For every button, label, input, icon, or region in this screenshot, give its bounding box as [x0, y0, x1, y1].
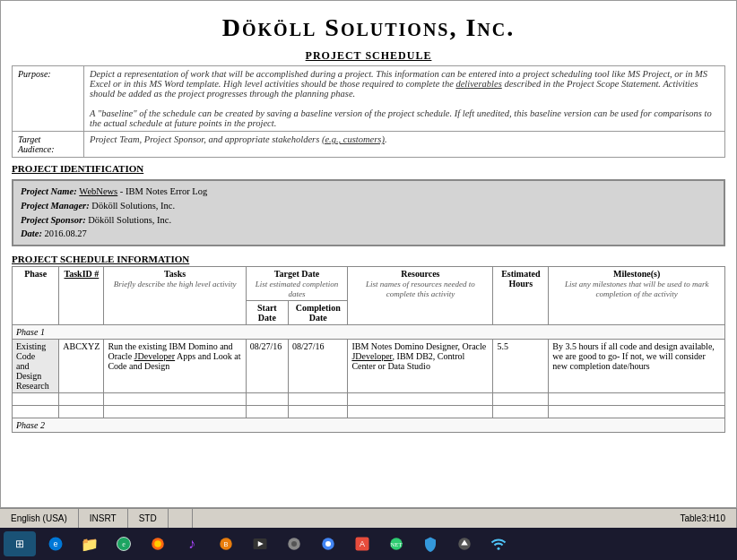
project-sponsor-label: Project Sponsor: [21, 215, 88, 225]
row-completion-date: 08/27/16 [289, 340, 348, 393]
blender-icon[interactable]: B [212, 531, 240, 556]
target-audience-content: Project Team, Project Sponsor, and appro… [84, 132, 725, 158]
project-sponsor-value: Dököll Solutions, Inc. [88, 215, 171, 225]
schedule-table: Phase TaskID # Tasks Briefly describe th… [12, 266, 725, 433]
col-tasks-header: Tasks Briefly describe the high level ac… [104, 267, 246, 325]
project-id-header: PROJECT IDENTIFICATION [12, 159, 725, 176]
status-bar: English (USA) INSRT STD Table3:H10 [0, 508, 737, 528]
col-phase-header: Phase [13, 267, 59, 325]
deliverables-link[interactable]: deliverables [455, 79, 501, 89]
svg-point-5 [154, 540, 161, 547]
svg-point-11 [291, 541, 297, 547]
status-table-ref: Table3:H10 [669, 509, 737, 528]
row-tasks: Run the existing IBM Domino and Oracle J… [104, 340, 246, 393]
phase2-label: Phase 2 [13, 418, 725, 433]
project-name-label: Project Name: [21, 186, 79, 196]
row-start-date: 08/27/16 [246, 340, 288, 393]
empty-row-1 [13, 393, 725, 406]
network-icon[interactable]: NET [382, 531, 411, 556]
row-milestones: By 3.5 hours if all code and design avai… [549, 340, 725, 393]
svg-point-13 [325, 541, 331, 547]
project-manager-value: Dököll Solutions, Inc. [91, 201, 175, 211]
taskbar: ⊞ e 📁 e ♪ B A NET [0, 528, 737, 560]
svg-point-20 [498, 547, 500, 550]
status-extra [169, 509, 194, 528]
svg-text:A: A [360, 539, 365, 548]
ie-icon[interactable]: e [109, 531, 138, 556]
firefox-icon[interactable] [143, 531, 172, 556]
row-est-hours: 5.5 [493, 340, 549, 393]
company-title: Dököll Solutions, Inc. [12, 8, 725, 46]
row-taskid: ABCXYZ [59, 340, 104, 393]
col-completion-date-header: Completion Date [289, 301, 348, 325]
project-manager-label: Project Manager: [21, 201, 91, 211]
phase1-row: Phase 1 [13, 325, 725, 340]
folder-icon[interactable]: 📁 [75, 531, 104, 556]
schedule-section-header: PROJECT SCHEDULE INFORMATION [12, 250, 725, 266]
status-std: STD [128, 509, 169, 528]
col-est-hours-header: Estimated Hours [493, 267, 549, 325]
row-phase: Existing Codeand DesignResearch [13, 340, 59, 393]
col-resources-header: Resources List names of resources needed… [348, 267, 493, 325]
settings-icon[interactable] [280, 531, 308, 556]
start-button[interactable]: ⊞ [4, 531, 36, 556]
phase1-label: Phase 1 [13, 325, 725, 340]
row-resources: IBM Notes Domino Designer, Oracle JDevel… [348, 340, 493, 393]
svg-text:B: B [223, 540, 228, 548]
media-icon[interactable] [246, 531, 274, 556]
project-id-section: Project Name: WebNews - IBM Notes Error … [12, 179, 725, 246]
col-milestones-header: Milestone(s) List any milestones that wi… [549, 267, 725, 325]
upload-icon[interactable] [450, 531, 479, 556]
music-icon[interactable]: ♪ [178, 531, 206, 556]
chrome-icon[interactable] [314, 531, 342, 556]
app1-icon[interactable]: A [348, 531, 377, 556]
project-date-value: 2016.08.27 [45, 228, 87, 238]
document-area: Dököll Solutions, Inc. PROJECT SCHEDULE … [0, 0, 737, 508]
table-row: Existing Codeand DesignResearch ABCXYZ R… [13, 340, 725, 393]
purpose-label: Purpose: [13, 66, 84, 132]
empty-row-2 [13, 406, 725, 418]
project-name-link[interactable]: WebNews [79, 186, 117, 196]
project-date-label: Date: [21, 228, 45, 238]
project-name-rest: - IBM Notes Error Log [120, 186, 207, 196]
edge-icon[interactable]: e [41, 531, 70, 556]
wifi-icon[interactable] [484, 531, 513, 556]
svg-text:e: e [122, 540, 126, 548]
status-language: English (USA) [0, 509, 79, 528]
purpose-content: Depict a representation of work that wil… [84, 66, 725, 132]
phase2-row: Phase 2 [13, 418, 725, 433]
target-audience-label: Target Audience: [13, 132, 84, 158]
status-mode: INSRT [79, 509, 128, 528]
col-target-date-header: Target Date List estimated completion da… [246, 267, 348, 301]
col-taskid-header: TaskID # [59, 267, 104, 325]
purpose-table: Purpose: Depict a representation of work… [12, 65, 725, 158]
svg-text:NET: NET [390, 541, 403, 547]
main-section-header: PROJECT SCHEDULE [12, 46, 725, 65]
col-start-date-header: Start Date [246, 301, 288, 325]
svg-text:e: e [53, 539, 57, 548]
security-icon[interactable] [416, 531, 445, 556]
